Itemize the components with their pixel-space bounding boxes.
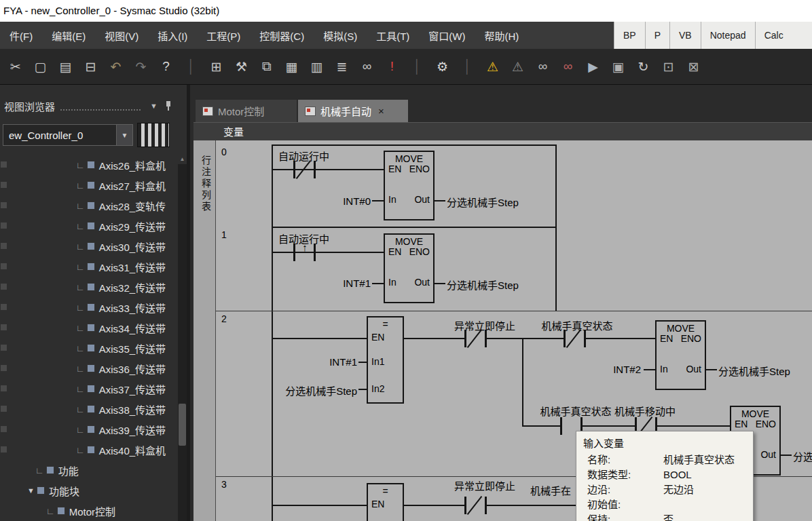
layers-icon[interactable]: ▣ xyxy=(606,54,631,79)
rung0-nc-contact[interactable] xyxy=(314,161,316,178)
data-table-icon[interactable]: ▥ xyxy=(304,54,329,79)
rung2-move1-block[interactable]: MOVE EN ENO In Out xyxy=(655,320,706,390)
monitor-compare-icon[interactable]: ⊠ xyxy=(681,54,706,79)
watch-table-icon[interactable]: ▦ xyxy=(279,54,304,79)
check-program-icon[interactable]: ⚙ xyxy=(430,54,455,79)
pin-panel-icon[interactable] xyxy=(164,101,172,111)
tree-item-axis26[interactable]: ∟ Axis26_料盒机 xyxy=(0,155,178,175)
block-title: MOVE xyxy=(385,153,433,164)
rung1-move-block[interactable]: MOVE EN ENO In Out xyxy=(384,233,435,303)
menu-item-insert[interactable]: 插入(I) xyxy=(148,22,197,49)
tree-item-axis37[interactable]: ∟ Axis37_传送带 xyxy=(0,379,178,399)
pin-en: EN xyxy=(388,163,401,174)
rung2-contact2-label[interactable]: 机械手真空状态 xyxy=(523,318,631,332)
menu-item-simulation[interactable]: 模拟(S) xyxy=(314,22,367,49)
refresh-icon[interactable]: ↻ xyxy=(631,54,656,79)
rung0-contact-label[interactable]: 自动运行中 xyxy=(258,149,350,163)
rung3-number[interactable]: 3 xyxy=(221,479,238,490)
rung2-eq-block[interactable]: = EN In1 In2 xyxy=(367,316,404,404)
cross-reference-icon[interactable]: ≣ xyxy=(329,54,354,79)
monitor-icon[interactable]: ⊡ xyxy=(656,54,681,79)
rung2-move1-out-operand[interactable]: 分选机械手Step xyxy=(718,364,812,378)
menu-item-edit[interactable]: 编辑(E) xyxy=(42,22,95,49)
tree-item-axis38[interactable]: ∟ Axis38_传送带 xyxy=(0,399,178,419)
explorer-scrollbar[interactable]: ▲ xyxy=(178,155,187,521)
collapse-panel-icon[interactable]: ▼ xyxy=(146,102,162,110)
tree-item-functions[interactable]: ∟ 功能 xyxy=(0,460,178,480)
tab-motor-control[interactable]: Motor控制 xyxy=(196,100,297,122)
watch-glasses-icon[interactable]: ∞ xyxy=(530,54,555,79)
tree-item-axis35[interactable]: ∟ Axis35_传送带 xyxy=(0,338,178,358)
wrench-icon[interactable]: ⚒ xyxy=(229,54,254,79)
rung2-in1-operand[interactable]: INT#1 xyxy=(316,356,357,368)
rung0-in-operand[interactable]: INT#0 xyxy=(335,195,371,207)
menu-item-file[interactable]: 件(F) xyxy=(0,22,42,49)
menu-item-window[interactable]: 窗口(W) xyxy=(419,22,475,49)
rung0-out-operand[interactable]: 分选机械手Step xyxy=(447,195,549,209)
quick-launch-p[interactable]: P xyxy=(645,22,669,49)
warning-yellow-icon[interactable]: ⚠ xyxy=(480,54,505,79)
scrollbar-thumb[interactable] xyxy=(179,404,186,446)
rung2-contact4-label[interactable]: 机械手移动中 xyxy=(597,404,693,418)
cut-icon[interactable]: ✂ xyxy=(3,54,28,79)
rung0-nc-contact[interactable] xyxy=(293,161,295,178)
quick-launch-vb[interactable]: VB xyxy=(669,22,701,49)
rung2-nc-contact[interactable] xyxy=(564,330,566,347)
copy-icon[interactable]: ▢ xyxy=(28,54,53,79)
rung2-move2-out-operand[interactable]: 分选 xyxy=(793,449,812,463)
rung0-number[interactable]: 0 xyxy=(221,147,238,157)
tree-item-axis31[interactable]: ∟ Axis31_传送带 xyxy=(0,256,178,277)
tab-robot-auto[interactable]: 机械手自动 × xyxy=(298,100,408,122)
rung3-nc-contact[interactable] xyxy=(464,497,466,514)
menu-item-controller[interactable]: 控制器(C) xyxy=(250,22,314,49)
rung2-nc-contact[interactable] xyxy=(464,330,466,347)
rung2-number[interactable]: 2 xyxy=(221,313,238,324)
rung3-contact1-label[interactable]: 异常立即停止 xyxy=(437,478,532,493)
rung1-in-operand[interactable]: INT#1 xyxy=(335,277,371,289)
quick-launch-bp[interactable]: BP xyxy=(614,22,645,49)
rung1-out-operand[interactable]: 分选机械手Step xyxy=(447,277,549,292)
rung0-move-block[interactable]: MOVE EN ENO In Out xyxy=(384,151,435,220)
quick-launch-calc[interactable]: Calc xyxy=(755,22,792,49)
tree-item-axis29[interactable]: ∟ Axis29_传送带 xyxy=(0,216,178,236)
tree-item-axis34[interactable]: ∟ Axis34_传送带 xyxy=(0,317,178,338)
chevron-down-icon[interactable]: ▼ xyxy=(116,125,132,145)
quick-launch-notepad[interactable]: Notepad xyxy=(701,22,755,49)
rung2-move1-in-operand[interactable]: INT#2 xyxy=(599,364,641,375)
watch-glasses-red-icon[interactable]: ∞ xyxy=(555,54,580,79)
menu-item-help[interactable]: 帮助(H) xyxy=(475,22,528,49)
menu-item-project[interactable]: 工程(P) xyxy=(197,22,250,49)
rung1-number[interactable]: 1 xyxy=(221,229,238,240)
scroll-up-icon[interactable]: ▲ xyxy=(178,155,187,164)
menu-item-tools[interactable]: 工具(T) xyxy=(367,22,419,49)
redo-icon[interactable]: ↷ xyxy=(128,54,153,79)
close-tab-icon[interactable]: × xyxy=(378,105,384,117)
delete-icon[interactable]: ⊟ xyxy=(78,54,103,79)
menu-item-view[interactable]: 视图(V) xyxy=(95,22,148,49)
warning-gray-icon[interactable]: ⚠ xyxy=(505,54,530,79)
tree-item-motor-control[interactable]: ∟ Motor控制 xyxy=(0,501,178,521)
tree-item-function-blocks[interactable]: ▼ 功能块 xyxy=(0,480,178,501)
rung2-no-contact[interactable] xyxy=(560,417,562,435)
undo-icon[interactable]: ↶ xyxy=(103,54,128,79)
search-binoculars-icon[interactable]: ∞ xyxy=(354,54,380,79)
rung3-eq-block[interactable]: = EN xyxy=(367,483,404,521)
rung2-in2-operand[interactable]: 分选机械手Step xyxy=(274,383,357,398)
tree-item-axis39[interactable]: ∟ Axis39_传送带 xyxy=(0,419,178,440)
tree-item-axis33[interactable]: ∟ Axis33_传送带 xyxy=(0,297,178,317)
split-window-icon[interactable]: ⧉ xyxy=(254,54,279,79)
expand-triangle-icon[interactable]: ▼ xyxy=(27,486,35,495)
build-icon[interactable]: ⊞ xyxy=(204,54,229,79)
tree-item-axis40[interactable]: ∟ Axis40_料盒机 xyxy=(0,440,178,460)
controller-selector[interactable]: ew_Controller_0 ▼ xyxy=(3,124,133,146)
tree-item-axis30[interactable]: ∟ Axis30_传送带 xyxy=(0,236,178,256)
run-icon[interactable]: ▶ xyxy=(580,54,606,79)
tree-item-axis27[interactable]: ∟ Axis27_料盒机 xyxy=(0,175,178,195)
variables-section-header[interactable]: 变量 xyxy=(193,122,812,140)
tree-item-axis36[interactable]: ∟ Axis36_传送带 xyxy=(0,358,178,379)
paste-icon[interactable]: ▤ xyxy=(53,54,78,79)
tree-item-axis32[interactable]: ∟ Axis32_传送带 xyxy=(0,277,178,297)
error-list-icon[interactable]: ! xyxy=(380,54,405,79)
tree-item-axis28[interactable]: ∟ Axis28_变轨传 xyxy=(0,195,178,216)
help-icon[interactable]: ? xyxy=(153,54,179,79)
